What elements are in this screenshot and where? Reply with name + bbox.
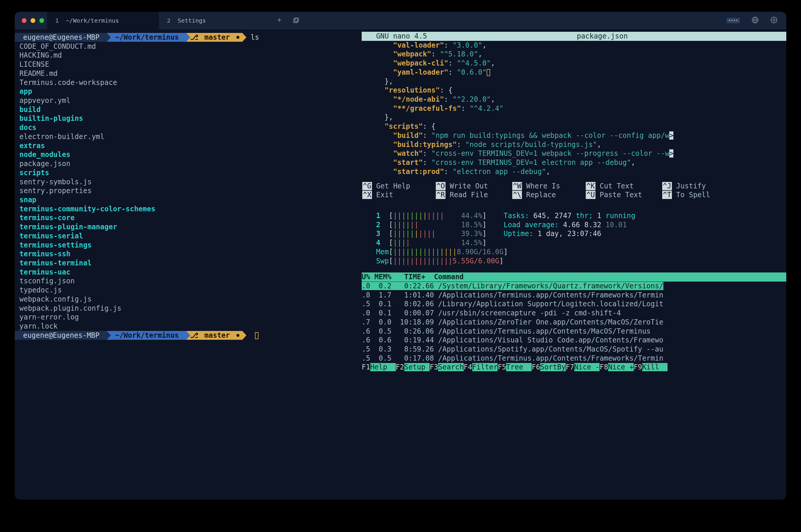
tab-label: Settings	[178, 17, 206, 24]
ls-item: terminus-core	[19, 213, 362, 223]
ls-item: LICENSE	[19, 60, 362, 69]
nano-shortcut-key: ^W	[512, 182, 522, 190]
ls-item: sentry.properties	[19, 186, 362, 195]
ls-item: scripts	[19, 168, 362, 177]
ls-item: terminus-uac	[19, 268, 362, 277]
nano-line: "val-loader": "3.0.0",	[368, 41, 786, 50]
ls-item: terminus-settings	[19, 241, 362, 250]
nano-shortcut: ^U Paste Text	[586, 190, 662, 200]
globe-icon[interactable]	[751, 17, 759, 25]
nano-titlebar: GNU nano 4.5 package.json	[362, 32, 786, 41]
nano-line: "webpack-cli": "^4.5.0",	[368, 59, 786, 68]
nano-filename: package.json	[577, 32, 628, 41]
htop-cpu-meter: 4 [|||| 14.5%]	[368, 239, 786, 247]
cursor-icon	[255, 332, 259, 339]
titlebar-right: ••••	[727, 12, 786, 30]
nano-line: "start": "cross-env TERMINUS_DEV=1 elect…	[368, 158, 786, 167]
htop-process-row[interactable]: .7 0.0 10:18.09 /Applications/ZeroTier O…	[362, 318, 786, 327]
nano-body: "val-loader": "3.0.0", "webpack": "^5.18…	[362, 41, 786, 176]
prompt-git-segment: master	[186, 331, 243, 340]
nano-shortcut: ^T To Spell	[662, 190, 721, 200]
terminal-pane-left[interactable]: eugene@Eugenes-MBP ~/Work/terminus maste…	[15, 30, 362, 500]
terminal-pane-right: GNU nano 4.5 package.json "val-loader": …	[362, 30, 786, 500]
ls-item: docs	[19, 123, 362, 132]
nano-shortcut-label: Read File	[446, 191, 488, 199]
ls-item: yarn-error.log	[19, 313, 362, 322]
nano-line: "webpack": "^5.18.0",	[368, 50, 786, 59]
htop-process-row[interactable]: .5 0.5 0:17.08 /Applications/Terminus.ap…	[362, 354, 786, 363]
tab-index: 2	[167, 17, 170, 24]
git-dirty-icon	[237, 36, 239, 39]
htop-process-row[interactable]: .8 1.7 1:01.40 /Applications/Terminus.ap…	[362, 291, 786, 300]
htop-process-row[interactable]: .5 0.1 8:02.06 /Library/Application Supp…	[362, 300, 786, 309]
nano-shortcut-label: Cut Text	[595, 182, 634, 190]
nano-shortcut-label: To Spell	[672, 191, 710, 199]
nano-shortcut-label: Where Is	[522, 182, 560, 190]
htop-process-row[interactable]: .0 0.1 0:00.07 /usr/sbin/screencapture -…	[362, 309, 786, 318]
prompt-git-segment: master	[186, 33, 243, 42]
git-dirty-icon	[237, 334, 239, 337]
nano-line: },	[368, 77, 786, 86]
nano-shortcut-label: Replace	[522, 191, 556, 199]
maximize-icon[interactable]	[39, 18, 44, 23]
split-panes: eugene@Eugenes-MBP ~/Work/terminus maste…	[15, 30, 786, 500]
new-tab-icon[interactable]	[276, 17, 282, 24]
nano-title: GNU nano 4.5	[368, 32, 427, 41]
ls-item: build	[19, 105, 362, 114]
htop-process-row[interactable]: .6 0.6 0:19.44 /Applications/Visual Stud…	[362, 336, 786, 345]
ls-item: electron-builder.yml	[19, 132, 362, 141]
ls-output: CODE_OF_CONDUCT.mdHACKING.mdLICENSEREADM…	[15, 42, 362, 331]
htop-process-row[interactable]: .5 0.3 8:59.26 /Applications/Spotify.app…	[362, 345, 786, 354]
ls-item: tsconfig.json	[19, 277, 362, 286]
htop-process-row[interactable]: .6 0.5 0:26.06 /Applications/Terminus.ap…	[362, 327, 786, 336]
nano-shortcut-key: ^J	[662, 182, 672, 190]
prompt-line: eugene@Eugenes-MBP ~/Work/terminus maste…	[15, 33, 362, 42]
keyboard-badge-icon[interactable]: ••••	[727, 18, 740, 23]
htop-cpu-meter: 1 [|||||||||||| 44.4%] Tasks: 645, 2747 …	[368, 211, 786, 221]
tab-index: 1	[55, 17, 59, 24]
ls-item: webpack.plugin.config.js	[19, 304, 362, 313]
ls-item: terminus-ssh	[19, 249, 362, 259]
minimize-icon[interactable]	[31, 18, 35, 23]
windows-icon[interactable]	[293, 17, 299, 25]
nano-shortcut: ^R Read File	[436, 190, 512, 200]
tab-label: ~/Work/terminus	[66, 17, 119, 24]
nano-line: "build": "npm run build:typings && webpa…	[368, 131, 786, 140]
nano-pane[interactable]: GNU nano 4.5 package.json "val-loader": …	[362, 30, 786, 200]
tab-terminal[interactable]: 1 ~/Work/terminus	[47, 12, 159, 30]
close-icon[interactable]	[22, 18, 26, 23]
truncation-indicator: >	[669, 131, 673, 139]
nano-shortcuts: ^G Get Help^O Write Out^W Where Is^K Cut…	[362, 182, 786, 200]
nano-shortcut-label: Get Help	[372, 182, 410, 190]
ls-item: snap	[19, 195, 362, 205]
nano-line: },	[368, 113, 786, 122]
ls-item: package.json	[19, 159, 362, 168]
nano-line: "scripts": {	[368, 122, 786, 131]
traffic-lights	[15, 12, 47, 30]
gear-icon[interactable]	[770, 17, 778, 25]
nano-shortcut-key: ^T	[662, 191, 672, 199]
cursor-icon	[487, 69, 490, 76]
htop-mem-meter: Mem[|||||||||||||||8.90G/16.0G]	[368, 247, 786, 256]
nano-shortcut-key: ^U	[586, 191, 595, 199]
nano-line: "watch": "cross-env TERMINUS_DEV=1 webpa…	[368, 149, 786, 158]
nano-shortcut-key: ^K	[586, 182, 595, 190]
nano-line: "build:typings": "node scripts/build-typ…	[368, 140, 786, 149]
nano-shortcut-key: ^\	[512, 191, 522, 199]
htop-pane[interactable]: 1 [|||||||||||| 44.4%] Tasks: 645, 2747 …	[362, 200, 786, 500]
titlebar: 1 ~/Work/terminus 2 Settings ••••	[15, 12, 786, 30]
nano-shortcut: ^G Get Help	[362, 182, 436, 191]
htop-header: U% MEM% TIME+ Command	[362, 272, 786, 282]
ls-item: terminus-plugin-manager	[19, 223, 362, 232]
ls-item: node_modules	[19, 150, 362, 159]
tab-bar: 1 ~/Work/terminus 2 Settings	[47, 12, 727, 30]
htop-process-row[interactable]: .0 0.2 0:22.66 /System/Library/Framework…	[362, 282, 786, 291]
htop-swp-meter: Swp[||||||||||||||5.55G/6.00G]	[368, 256, 786, 266]
svg-rect-2	[295, 18, 298, 21]
tab-settings[interactable]: 2 Settings	[159, 12, 271, 30]
nano-shortcut-key: ^O	[436, 182, 446, 190]
prompt-line: eugene@Eugenes-MBP ~/Work/terminus maste…	[15, 331, 362, 340]
htop-cpu-meter: 3 [|||||||||| 39.3%] Uptime: 1 day, 23:0…	[368, 229, 786, 239]
htop-process-list: .0 0.2 0:22.66 /System/Library/Framework…	[362, 282, 786, 363]
nano-line: "*/node-abi": "^2.20.0",	[368, 95, 786, 104]
